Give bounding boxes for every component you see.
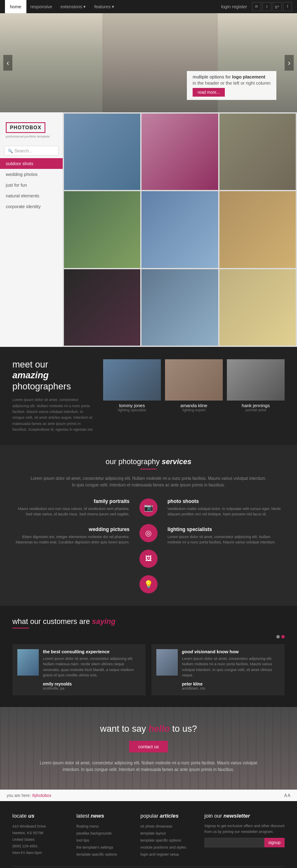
news-item-4[interactable]: the template's settings (76, 844, 132, 851)
nav-auth[interactable]: login register (221, 4, 247, 9)
news-item-2[interactable]: parallax backgrounds (76, 830, 132, 837)
photographer-avatar-1 (103, 359, 161, 401)
grid-cell-8[interactable] (141, 269, 218, 346)
hero-cta-button[interactable]: read more... (193, 88, 225, 97)
footer-locate-heading: locate us (12, 813, 68, 819)
dot-1[interactable] (276, 635, 280, 638)
testimonial-title-2: good visionand know how (182, 649, 280, 654)
footer-articles-normal: popular (140, 813, 160, 819)
testimonials-cards: the best consulting experience Lorem ips… (12, 644, 285, 695)
photographers-heading-normal2: photographers (12, 381, 95, 392)
sidebar-item-natural[interactable]: natural elements (0, 190, 63, 201)
logo-box: PHOTOBOX (6, 122, 45, 133)
testimonial-name-1: emily reynolds (43, 682, 141, 686)
footer-news-italic: news (91, 813, 104, 819)
sidebar-item-wedding[interactable]: wedding photos (0, 169, 63, 180)
hero-text-normal: multiple options for (193, 74, 232, 79)
article-item-1[interactable]: s5 photo showcase (140, 823, 196, 830)
photographer-role-1: lighting specialist (103, 408, 161, 412)
testimonial-avatar-1 (17, 649, 39, 676)
nav-item-features[interactable]: features ▾ (90, 0, 118, 13)
footer-grid: locate us 410 Windward Drive Newton, KS … (12, 813, 285, 858)
rss-icon[interactable]: R (252, 2, 261, 11)
photographer-role-2: lighting expert (165, 408, 223, 412)
hero-text-line1: multiple options for logo placement (193, 74, 271, 79)
nav-item-home[interactable]: home (5, 0, 26, 13)
newsletter-signup-button[interactable]: signup (264, 838, 285, 847)
nav-item-extensions[interactable]: extensions ▾ (57, 0, 90, 13)
sidebar-item-corporate[interactable]: corporate identity (0, 201, 63, 212)
grid-cell-6[interactable] (219, 191, 296, 268)
grid-cell-3[interactable] (219, 114, 296, 190)
footer-col-articles: popular articles s5 photo showcase templ… (140, 813, 196, 858)
sidebar-item-fun[interactable]: just for fun (0, 180, 63, 190)
footer-news-normal: latest (76, 813, 91, 819)
newsletter-input[interactable] (205, 838, 264, 847)
photographer-card-1[interactable]: tommy jones lighting specialist (103, 359, 161, 412)
dot-2[interactable] (281, 635, 285, 638)
newsletter-form: signup (205, 838, 285, 847)
footer-news-heading: latest news (76, 813, 132, 819)
logo-subtitle: professional portfolio template (6, 135, 57, 138)
services-title-normal: our photography (106, 458, 162, 466)
contact-button[interactable]: contact us (129, 741, 168, 752)
article-item-5[interactable]: login and register setup (140, 851, 196, 858)
photographers-section: meet our amazing photographers Lorem ips… (0, 347, 297, 445)
sidebar-item-outdoor[interactable]: outdoor shots (0, 158, 63, 169)
services-grid: family portraits Maurs vestibulum orci n… (12, 498, 285, 593)
news-item-1[interactable]: floating menu (76, 823, 132, 830)
service-title-portraits: family portraits (12, 498, 130, 504)
article-item-4[interactable]: module positions and styles (140, 844, 196, 851)
services-icons-col: 📷 ◎ 🖼 💡 (136, 498, 161, 593)
grid-cell-9[interactable] (219, 269, 296, 346)
breadcrumb-bar: you are here: #photobox A A (0, 790, 297, 801)
news-item-5[interactable]: template specific options (76, 851, 132, 858)
grid-cell-1[interactable] (64, 114, 140, 190)
photographer-card-2[interactable]: amanda kline lighting expert (165, 359, 223, 412)
photographer-name-3: hank jennings (227, 403, 285, 408)
article-item-3[interactable]: template specific options (140, 837, 196, 844)
footer-col-locate: locate us 410 Windward Drive Newton, KS … (12, 813, 68, 858)
search-box[interactable]: 🔍 Search... (4, 146, 59, 156)
grid-cell-2[interactable] (141, 114, 218, 190)
services-title: our photography services (12, 458, 285, 466)
news-item-3[interactable]: tool tips (76, 837, 132, 844)
hero-arrow-right[interactable]: › (285, 55, 294, 71)
logo-container: PHOTOBOX professional portfolio template (0, 118, 63, 143)
article-item-2[interactable]: template layout (140, 830, 196, 837)
grid-cell-5[interactable] (141, 191, 218, 268)
nav-item-responsive[interactable]: responsive (26, 0, 57, 13)
grid-cell-7[interactable] (64, 269, 140, 346)
photographers-cards: tommy jones lighting specialist amanda k… (103, 359, 285, 412)
footer-bottom: about us news featured site terms copyri… (12, 866, 285, 868)
logo-name: PHOTOBOX (10, 125, 41, 130)
services-right: photo shoots Vestibulum mattis volutpat … (167, 498, 285, 545)
footer-newsletter-italic: newsletter (224, 813, 250, 819)
grid-cell-4[interactable] (64, 191, 140, 268)
testimonial-body-2: Lorem ipsum dolor sit amet, consectetur … (182, 656, 280, 678)
sidebar-menu: outdoor shots wedding photos just for fu… (0, 158, 63, 212)
testimonial-body-1: Lorem ipsum dolor sit amet, consectetur … (43, 656, 141, 678)
testimonial-card-1: the best consulting experience Lorem ips… (12, 644, 146, 695)
search-placeholder: Search... (14, 148, 33, 153)
font-size-controls[interactable]: A A (284, 793, 290, 798)
twitter-icon[interactable]: t (262, 2, 271, 11)
breadcrumb-link[interactable]: #photobox (32, 793, 52, 798)
photographers-body: Lorem ipsum dolor sit amet, consectetur … (12, 397, 95, 432)
service-item-portraits: family portraits Maurs vestibulum orci n… (12, 498, 130, 517)
contact-description: Lorem ipsum dolor sit amet, consectetur … (33, 760, 264, 773)
main-nav: home responsive extensions ▾ features ▾ … (0, 0, 297, 13)
facebook-icon[interactable]: f (283, 2, 292, 11)
footer-newsletter-desc: Signup to get exclusive offers and other… (205, 823, 285, 835)
search-icon: 🔍 (8, 149, 13, 153)
services-left: family portraits Maurs vestibulum orci n… (12, 498, 130, 545)
photographer-card-3[interactable]: hank jennings portrait artist (227, 359, 285, 412)
testimonials-title: what our customers are saying (12, 617, 285, 626)
services-divider (140, 469, 157, 470)
footer-articles-list: s5 photo showcase template layout templa… (140, 823, 196, 858)
nav-social-icons: R t g+ f (252, 2, 292, 11)
testimonial-content-1: the best consulting experience Lorem ips… (43, 649, 141, 690)
footer-locate-italic: us (28, 813, 34, 819)
hero-arrow-left[interactable]: ‹ (3, 55, 12, 71)
googleplus-icon[interactable]: g+ (273, 2, 282, 11)
